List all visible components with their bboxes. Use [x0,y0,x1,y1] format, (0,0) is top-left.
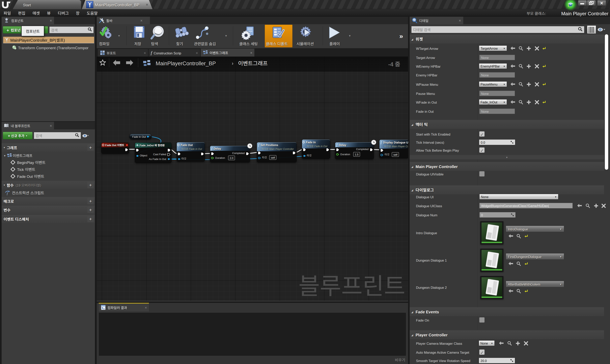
svg-text:i: i [414,18,414,21]
svg-text:f: f [7,192,8,195]
